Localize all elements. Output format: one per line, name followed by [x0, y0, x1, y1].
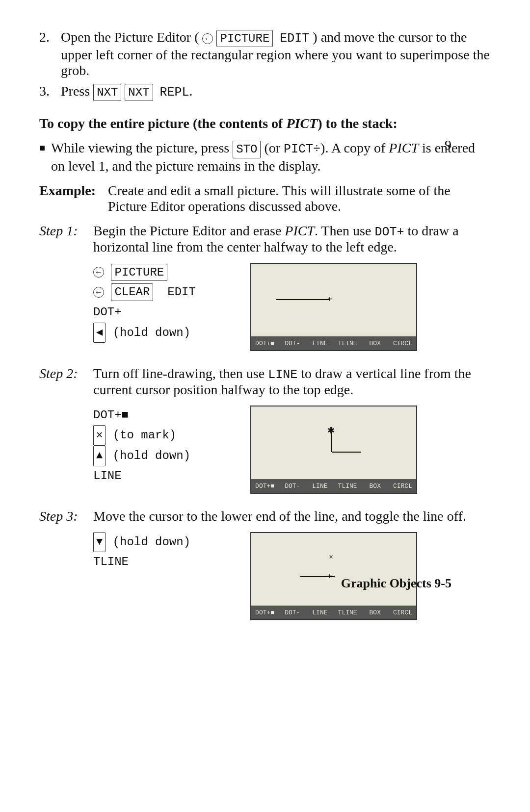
menu-line-2: LINE	[306, 480, 334, 493]
step2-line1: DOT+■	[93, 406, 231, 426]
lcd-menubar-2: DOT+■ DOT- LINE TLINE BOX CIRCL	[251, 479, 416, 493]
x-key-s2: ✕	[93, 425, 106, 445]
step-1-columns: ← PICTURE ← CLEAR EDIT DOT+ ◀ (hold down…	[93, 263, 491, 351]
lcd-screen-2: ✱ DOT+■ DOT- LINE TLINE BOX CIRCL	[250, 406, 417, 494]
line-ref: LINE	[268, 368, 297, 382]
step-1-label: Step 1:	[39, 223, 88, 239]
lcd-menubar-3: DOT+■ DOT- LINE TLINE BOX CIRCL	[251, 606, 416, 619]
example-label: Example:	[39, 183, 103, 214]
bullet-content: While viewing the picture, press STO (or…	[51, 140, 491, 174]
edit-text-1: EDIT	[280, 31, 309, 46]
bullet-symbol: ■	[39, 142, 45, 174]
step-3-left: ▼ (hold down) TLINE	[93, 532, 231, 620]
menu-tline-1: TLINE	[334, 337, 362, 350]
item-number-2: 2.	[39, 29, 57, 78]
lcd-display-3: × +	[251, 533, 416, 606]
menu-tline-2: TLINE	[334, 480, 362, 493]
item-number-3: 3.	[39, 83, 57, 101]
step-3-label: Step 3:	[39, 508, 88, 524]
nxt-key-2: NXT	[125, 84, 153, 101]
menu-box-2: BOX	[362, 480, 389, 493]
up-arrow-s2: ▲	[93, 446, 106, 466]
item-3-content: Press NXT NXT REPL.	[61, 83, 491, 101]
menu-dot-plus-3: DOT+■	[251, 606, 279, 619]
menu-dot-minus-1: DOT-	[279, 337, 306, 350]
left-arrow-key-s1b: ←	[93, 287, 104, 298]
bullet-item-1: ■ While viewing the picture, press STO (…	[39, 140, 491, 174]
picture-key-s1: PICTURE	[111, 264, 167, 281]
step-2-left: DOT+■ ✕ (to mark) ▲ (hold down) LINE	[93, 406, 231, 494]
step-1-block: Step 1: Begin the Picture Editor and era…	[39, 223, 491, 351]
pict-div-text: PICT÷	[284, 142, 320, 156]
step-1-screen: + DOT+■ DOT- LINE TLINE BOX CIRCL	[250, 263, 491, 351]
nxt-key-1: NXT	[93, 84, 121, 101]
step-1-content: Begin the Picture Editor and erase PICT.…	[93, 223, 491, 351]
lcd-display-1: +	[251, 264, 416, 336]
dot-plus-ref: DOT+	[374, 225, 404, 239]
step3-line2: TLINE	[93, 552, 231, 572]
menu-line-1: LINE	[306, 337, 334, 350]
footer: Graphic Objects 9-5	[341, 576, 451, 591]
lcd-screen-1: + DOT+■ DOT- LINE TLINE BOX CIRCL	[250, 263, 417, 351]
menu-circl-1: CIRCL	[389, 337, 416, 350]
step-2-block: Step 2: Turn off line-drawing, then use …	[39, 366, 491, 494]
step1-line4: ◀ (hold down)	[93, 323, 231, 343]
step1-line1: ← PICTURE	[93, 263, 231, 283]
menu-circl-3: CIRCL	[389, 606, 416, 619]
lcd-hline-3	[300, 576, 335, 577]
lcd-display-2: ✱	[251, 406, 416, 479]
sto-key: STO	[233, 141, 261, 158]
step-3-content: Move the cursor to the lower end of the …	[93, 508, 491, 620]
page-number: 9	[445, 137, 451, 153]
step-2-label: Step 2:	[39, 366, 88, 381]
lcd-hline-1	[276, 299, 330, 300]
lcd-x-3: ×	[329, 553, 333, 561]
step2-line3: ▲ (hold down)	[93, 446, 231, 466]
example-block: Example: Create and edit a small picture…	[39, 183, 491, 214]
pict-italic-heading: PICT	[286, 116, 318, 131]
step2-line4: LINE	[93, 466, 231, 486]
step3-line1: ▼ (hold down)	[93, 532, 231, 553]
menu-dot-minus-3: DOT-	[279, 606, 306, 619]
step-2-columns: DOT+■ ✕ (to mark) ▲ (hold down) LINE	[93, 406, 491, 494]
section-heading: To copy the entire picture (the contents…	[39, 116, 491, 131]
menu-dot-minus-2: DOT-	[279, 480, 306, 493]
pict-italic-1: PICT	[389, 140, 419, 155]
pict-italic-s1: PICT	[285, 223, 315, 238]
item-2-content: Open the Picture Editor ( ← PICTURE EDIT…	[61, 29, 491, 78]
step-3-block: Step 3: Move the cursor to the lower end…	[39, 508, 491, 620]
lcd-vline-2	[331, 433, 332, 452]
lcd-menubar-1: DOT+■ DOT- LINE TLINE BOX CIRCL	[251, 336, 416, 350]
clear-key-s1: CLEAR	[111, 283, 153, 301]
menu-box-3: BOX	[362, 606, 389, 619]
step-1-left: ← PICTURE ← CLEAR EDIT DOT+ ◀ (hold down…	[93, 263, 231, 351]
down-arrow-s3: ▼	[93, 532, 106, 552]
step2-line2: ✕ (to mark)	[93, 425, 231, 446]
menu-dot-plus-2: DOT+■	[251, 480, 279, 493]
picture-key-1: PICTURE	[216, 30, 273, 47]
step1-line2: ← CLEAR EDIT	[93, 282, 231, 303]
menu-circl-2: CIRCL	[389, 480, 416, 493]
lcd-hline-2	[332, 452, 361, 453]
menu-dot-plus-1: DOT+■	[251, 337, 279, 350]
step-2-content: Turn off line-drawing, then use LINE to …	[93, 366, 491, 494]
left-arrow-sq-s1: ◀	[93, 323, 106, 343]
menu-tline-3: TLINE	[334, 606, 362, 619]
step-2-screen: ✱ DOT+■ DOT- LINE TLINE BOX CIRCL	[250, 406, 491, 494]
left-arrow-key-1: ←	[202, 33, 213, 44]
menu-box-1: BOX	[362, 337, 389, 350]
example-content: Create and edit a small picture. This wi…	[108, 183, 491, 214]
left-arrow-key-s1: ←	[93, 267, 104, 278]
repl-text: REPL	[160, 85, 189, 100]
step1-line3: DOT+	[93, 303, 231, 323]
menu-line-3: LINE	[306, 606, 334, 619]
numbered-item-3: 3. Press NXT NXT REPL.	[39, 83, 491, 101]
numbered-item-2: 2. Open the Picture Editor ( ← PICTURE E…	[39, 29, 491, 78]
